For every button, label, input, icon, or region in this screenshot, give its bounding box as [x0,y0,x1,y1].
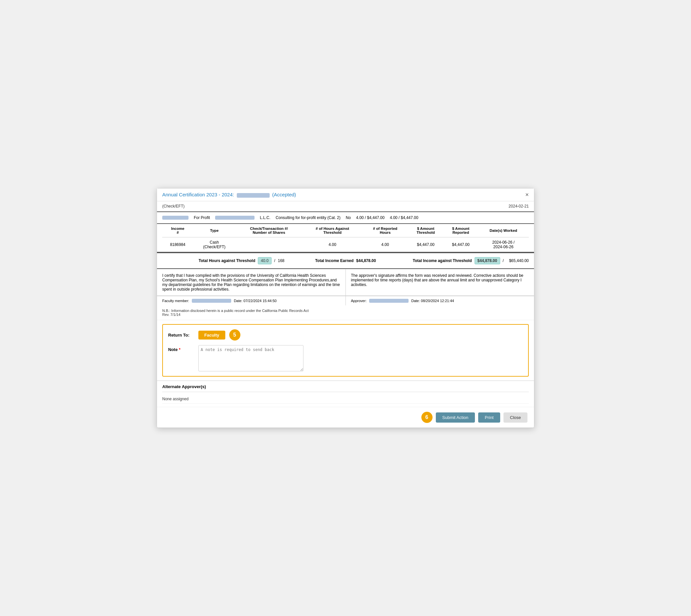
col-income-num: Income# [162,224,193,237]
approver-signature-blurred [369,299,409,303]
cell-type: Cash(Check/EFT) [193,237,236,252]
cell-amount-threshold: $4,447.00 [408,237,444,252]
alternate-approver-title: Alternate Approver(s) [162,384,529,389]
modal-container: Annual Certification 2023 - 2024: (Accep… [157,188,534,428]
total-threshold-slash: / [503,259,504,263]
submit-action-button[interactable]: Submit Action [436,413,475,423]
faculty-label: Faculty member: [162,299,189,303]
none-assigned: None assigned [162,395,529,403]
alternate-approver-section: Alternate Approver(s) None assigned [157,380,534,407]
total-threshold-denom: $65,440.00 [509,259,529,263]
cell-amount-reported: $4,447.00 [444,237,478,252]
entity-llc: L.L.C. [260,215,270,220]
top-date: 2024-02-21 [509,204,529,208]
faculty-date: Date: 07/22/2024 15:44:50 [234,299,277,303]
total-income-block: Total Income Earned $44,878.00 [284,259,407,263]
approver-signature: Approver: Date: 08/20/2024 12:21:44 [346,296,534,305]
col-hours-against: # of Hours AgainstThreshold [302,224,363,237]
income-table-section: Income# Type Check/Transaction #/Number … [157,224,534,252]
faculty-signature-blurred [192,299,231,303]
modal-person-blurred [237,193,269,198]
col-check-num: Check/Transaction #/Number of Shares [236,224,302,237]
cell-hours-against: 4.00 [302,237,363,252]
step-6-badge: 6 [422,412,433,423]
certification-section: I certify that I have complied with the … [157,269,534,296]
modal-header: Annual Certification 2023 - 2024: (Accep… [157,189,534,201]
modal-title-text: Annual Certification 2023 - 2024: [162,192,234,197]
cert-right-content: The approver's signature affirms the for… [351,273,529,287]
col-reported-hours: # of ReportedHours [363,224,408,237]
modal-title: Annual Certification 2023 - 2024: (Accep… [162,192,296,197]
note-required: * [179,347,181,352]
nb-line2: Rev. 7/1/14 [162,313,529,316]
cert-right-text: The approver's signature affirms the for… [346,269,534,295]
col-amount-reported: $ AmountReported [444,224,478,237]
cell-income-num: 8186984 [162,237,193,252]
total-hours-block: Total Hours against Threshold 40.0 / 168 [162,257,284,264]
return-row: Return To: Faculty 5 [168,329,523,340]
entity-description: Consulting for for-profit entity (Cat. 2… [276,215,340,220]
income-table: Income# Type Check/Transaction #/Number … [162,224,529,252]
total-hours-value: 40.0 [258,257,271,264]
note-row: Note * [168,345,523,371]
col-amount-threshold: $ AmountThreshold [408,224,444,237]
faculty-signature: Faculty member: Date: 07/22/2024 15:44:5… [157,296,346,305]
total-threshold-label: Total Income against Threshold [413,259,472,263]
entity-no: No [346,215,351,220]
total-threshold-block: Total Income against Threshold $44,878.0… [407,257,529,264]
entity-blurred1 [162,216,189,220]
col-type: Type [193,224,236,237]
faculty-button[interactable]: Faculty [198,331,225,339]
table-row: 8186984 Cash(Check/EFT) 4.00 4.00 $4,447… [162,237,529,252]
approver-date: Date: 08/20/2024 12:21:44 [411,299,454,303]
signature-row: Faculty member: Date: 07/22/2024 15:44:5… [157,296,534,305]
close-icon[interactable]: × [525,192,529,198]
modal-status: (Accepted) [272,192,296,197]
cert-left-content: I certify that I have complied with the … [162,273,340,291]
step-5-badge: 5 [229,329,240,340]
entity-ratio1: 4.00 / $4,447.00 [356,215,385,220]
entity-row: For Profit L.L.C. Consulting for for-pro… [157,212,534,224]
entity-blurred2 [215,216,255,220]
col-dates-worked: Date(s) Worked [478,224,529,237]
modal-footer: 6 Submit Action Print Close [157,407,534,427]
total-hours-denom: 168 [278,259,284,263]
cell-check-num [236,237,302,252]
close-button[interactable]: Close [503,413,527,423]
entity-ratio2: 4.00 / $4,447.00 [390,215,418,220]
nb-line1: N.B.: Information disclosed herein is a … [162,309,529,313]
return-section: Return To: Faculty 5 Note * [162,324,529,377]
total-hours-slash: / [274,259,275,263]
total-hours-label: Total Hours against Threshold [199,259,255,263]
return-label: Return To: [168,333,194,337]
top-info-row: (Check/EFT) 2024-02-21 [157,201,534,212]
total-income-value: $44,878.00 [357,259,376,263]
note-textarea[interactable] [198,345,303,371]
cert-left-text: I certify that I have complied with the … [157,269,346,295]
note-label: Note * [168,345,194,352]
totals-section: Total Hours against Threshold 40.0 / 168… [157,253,534,269]
nb-section: N.B.: Information disclosed herein is a … [157,305,534,320]
total-income-label: Total Income Earned [315,259,353,263]
modal-body: (Check/EFT) 2024-02-21 For Profit L.L.C.… [157,201,534,427]
cell-reported-hours: 4.00 [363,237,408,252]
payment-type: (Check/EFT) [162,204,185,208]
cell-dates-worked: 2024-06-26 /2024-06-26 [478,237,529,252]
print-button[interactable]: Print [478,413,500,423]
approver-label: Approver: [351,299,367,303]
entity-type: For Profit [194,215,210,220]
total-threshold-value: $44,878.00 [475,257,500,264]
